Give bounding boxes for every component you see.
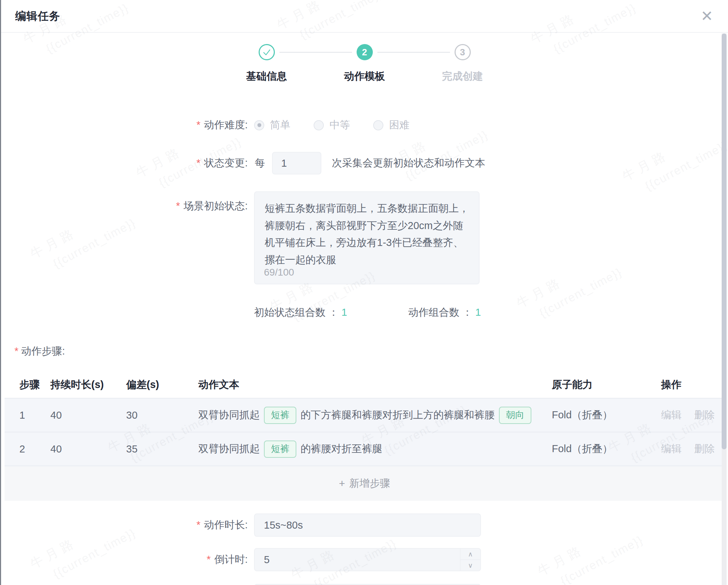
duration-label: 动作时长: <box>1 518 248 532</box>
radio-button-icon <box>314 120 324 130</box>
state-change-input[interactable] <box>272 152 321 174</box>
initial-state-label: 场景初始状态: <box>1 191 248 213</box>
stepper-step-basic-info: 基础信息 <box>218 44 316 84</box>
edit-link[interactable]: 编辑 <box>661 442 681 456</box>
increase-button[interactable]: ∧ <box>461 549 480 560</box>
col-header-action-text: 动作文本 <box>198 378 552 392</box>
dialog-header: 编辑任务 ✕ <box>1 0 728 33</box>
difficulty-label: 动作难度: <box>1 118 248 132</box>
wizard-stepper: 基础信息 2 动作模板 3 完成创建 <box>1 44 728 84</box>
radio-label: 简单 <box>270 118 290 132</box>
cell-step: 2 <box>5 443 50 455</box>
cell-operations: 编辑 删除 <box>661 442 724 456</box>
action-text-segment: 的裤腰对折至裤腿 <box>301 442 382 456</box>
action-text-segment: 双臂协同抓起 <box>198 442 260 456</box>
state-change-prefix: 每 <box>255 156 265 170</box>
step2-label: 动作模板 <box>344 69 385 84</box>
character-counter: 69/100 <box>264 267 294 278</box>
stepper-step-finish: 3 完成创建 <box>414 44 512 84</box>
chevron-down-icon: ∨ <box>468 562 473 569</box>
radio-label: 困难 <box>389 118 409 132</box>
radio-difficulty-easy[interactable]: 简单 <box>254 118 290 132</box>
check-icon <box>262 48 271 57</box>
delete-link[interactable]: 删除 <box>694 442 715 456</box>
action-combo-count: 动作组合数 ：1 <box>408 306 481 320</box>
page-title: 编辑任务 <box>15 9 60 24</box>
table-row: 1 40 30 双臂协同抓起 短裤 的下方裤腿和裤腰对折到上方的裤腿和裤腰 朝向… <box>5 399 724 432</box>
state-change-row: 状态变更: 每 次采集会更新初始状态和动作文本 <box>1 152 728 174</box>
cell-deviation: 35 <box>126 443 198 455</box>
col-header-deviation: 偏差(s) <box>126 378 198 392</box>
action-duration-row: 动作时长: <box>1 513 728 537</box>
tag-chip: 短裤 <box>264 441 296 458</box>
combo-value: 1 <box>475 307 481 318</box>
cell-step: 1 <box>5 410 50 421</box>
tag-chip: 短裤 <box>264 407 296 424</box>
cell-duration: 40 <box>50 443 126 455</box>
table-row: 2 40 35 双臂协同抓起 短裤 的裤腰对折至裤腿 Fold（折叠） 编辑 删… <box>5 432 724 466</box>
action-text-segment: 的下方裤腿和裤腰对折到上方的裤腿和裤腰 <box>301 408 495 422</box>
radio-difficulty-hard[interactable]: 困难 <box>373 118 409 132</box>
step3-circle: 3 <box>455 44 471 60</box>
vertical-scrollbar[interactable] <box>722 33 727 585</box>
radio-button-icon <box>254 120 264 130</box>
countdown-input[interactable] <box>254 548 481 571</box>
combo-counts-row: 初始状态组合数 ：1 动作组合数 ：1 <box>1 306 728 320</box>
col-header-operations: 操作 <box>661 378 724 392</box>
action-steps-title: 动作步骤: <box>14 344 728 358</box>
radio-button-icon <box>373 120 383 130</box>
radio-difficulty-medium[interactable]: 中等 <box>314 118 350 132</box>
initial-state-combo-count: 初始状态组合数 ：1 <box>254 306 347 320</box>
difficulty-row: 动作难度: 简单 中等 困难 <box>1 118 728 132</box>
col-header-duration: 持续时长(s) <box>50 378 126 392</box>
duration-input[interactable] <box>254 513 481 537</box>
plus-icon: + <box>339 478 345 489</box>
cell-duration: 40 <box>50 410 126 421</box>
close-icon: ✕ <box>701 8 713 24</box>
action-text-segment: 双臂协同抓起 <box>198 408 260 422</box>
state-change-label: 状态变更: <box>1 156 248 170</box>
scrollbar-thumb[interactable] <box>722 33 727 449</box>
cell-action-text: 双臂协同抓起 短裤 的裤腰对折至裤腿 <box>198 441 552 458</box>
col-header-atomic-ability: 原子能力 <box>552 378 661 392</box>
action-steps-table: 步骤 持续时长(s) 偏差(s) 动作文本 原子能力 操作 1 40 30 双臂… <box>5 372 724 501</box>
edit-link[interactable]: 编辑 <box>661 408 681 422</box>
cell-operations: 编辑 删除 <box>661 408 724 422</box>
stepper-step-action-template: 2 动作模板 <box>316 44 414 84</box>
close-button[interactable]: ✕ <box>697 6 717 26</box>
number-spinner: ∧ ∨ <box>460 549 480 571</box>
state-change-suffix: 次采集会更新初始状态和动作文本 <box>332 156 485 170</box>
step2-circle: 2 <box>357 44 373 60</box>
countdown-label: 倒计时: <box>1 553 248 567</box>
step1-label: 基础信息 <box>246 69 287 84</box>
step3-label: 完成创建 <box>442 69 483 84</box>
stepper-connector <box>377 52 450 53</box>
tag-chip: 朝向 <box>499 407 531 424</box>
col-header-step: 步骤 <box>5 378 50 392</box>
table-header-row: 步骤 持续时长(s) 偏差(s) 动作文本 原子能力 操作 <box>5 372 724 399</box>
add-step-button[interactable]: + 新增步骤 <box>5 466 724 501</box>
cell-atomic-ability: Fold（折叠） <box>552 442 661 456</box>
combo-label: 动作组合数 ： <box>408 307 473 318</box>
combo-label: 初始状态组合数 ： <box>254 307 339 318</box>
delete-link[interactable]: 删除 <box>694 408 715 422</box>
step1-circle <box>259 44 275 60</box>
combo-value: 1 <box>341 307 347 318</box>
cell-action-text: 双臂协同抓起 短裤 的下方裤腿和裤腰对折到上方的裤腿和裤腰 朝向 <box>198 407 552 424</box>
add-step-label: 新增步骤 <box>349 476 390 491</box>
cell-deviation: 30 <box>126 410 198 421</box>
edit-task-dialog: 编辑任务 ✕ 基础信息 2 动作模板 3 完成创建 动作难度: <box>0 0 728 585</box>
stepper-connector <box>279 52 352 53</box>
countdown-row: 倒计时: ∧ ∨ <box>1 548 728 571</box>
chevron-up-icon: ∧ <box>468 550 473 558</box>
cell-atomic-ability: Fold（折叠） <box>552 408 661 422</box>
initial-state-row: 场景初始状态: 短裤五条数据背面朝上，五条数据正面朝上，裤腰朝右，离头部视野下方… <box>1 191 728 286</box>
radio-label: 中等 <box>329 118 350 132</box>
decrease-button[interactable]: ∨ <box>461 560 480 571</box>
